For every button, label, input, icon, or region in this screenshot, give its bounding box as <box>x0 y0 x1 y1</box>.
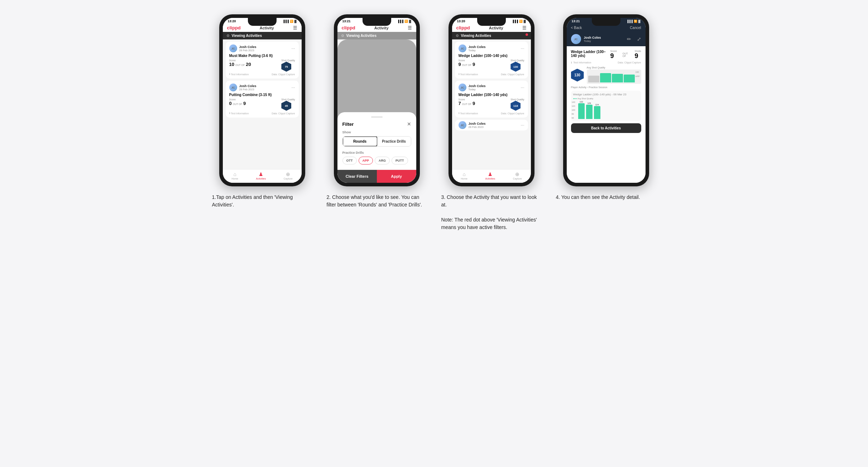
p3-activity-card-1[interactable]: JC Josh Coles Today ··· Wedge Ladder (10… <box>455 42 528 78</box>
home-icon-1: ⌂ <box>233 171 236 177</box>
app-title-2: Activity <box>374 26 389 30</box>
phone-notch-2 <box>363 18 391 26</box>
phone-notch-3 <box>477 18 506 26</box>
phone-4-screen: 13:21 ▐▐▐ 🛜 ▓ < Back Cancel JC Jos <box>567 18 646 183</box>
phone-2-screen: 13:21 ▐▐▐ 🛜 ▓ clippd Activity ☰ ⚙ Vie <box>337 18 416 183</box>
status-icons-4: ▐▐▐ 🛜 ▓ <box>627 20 641 23</box>
p4-score-label: Score <box>610 50 617 52</box>
app-logo-3: clippd <box>456 25 470 30</box>
score-label-2: Score <box>229 98 246 101</box>
p3-footer-data-1: Data: Clippd Capture <box>501 73 524 76</box>
tag-putt[interactable]: PUTT <box>392 157 408 165</box>
wifi-icon-3: 🛜 <box>519 20 523 23</box>
filter-icon-1: ⚙ <box>226 34 230 38</box>
p3-more-btn-1[interactable]: ··· <box>521 46 524 51</box>
avatar-1: JC <box>229 44 237 52</box>
banner-2: ⚙ Viewing Activities <box>337 32 416 39</box>
clear-filters-btn[interactable]: Clear Filters <box>337 170 377 183</box>
tag-app[interactable]: APP <box>359 157 373 165</box>
p4-score-shots: Score 9 OUT OF Shots 9 <box>610 50 641 60</box>
p3-activity-title-2: Wedge Ladder (100–140 yds) <box>459 93 524 97</box>
status-icons-2: ▐▐▐ 🛜 ▓ <box>397 20 411 23</box>
user-date-2: 28 Feb 2023 <box>239 88 256 91</box>
practice-drills-label: Practice Drills <box>342 151 411 154</box>
p4-bar-group-1: 132 <box>578 101 585 119</box>
tag-arg[interactable]: ARG <box>375 157 390 165</box>
nav-capture-1[interactable]: ⊕ Capture <box>284 171 293 180</box>
nav-capture-3[interactable]: ⊕ Capture <box>513 171 522 180</box>
banner-3[interactable]: ⚙ Viewing Activities <box>452 32 531 39</box>
user-row-2: JC Josh Coles 28 Feb 2023 <box>229 84 256 91</box>
p4-activity-title: Wedge Ladder (100–140 yds) <box>571 50 610 58</box>
banner-text-3: Viewing Activities <box>461 34 491 38</box>
phone-4: 13:21 ▐▐▐ 🛜 ▓ < Back Cancel JC Jos <box>563 14 649 186</box>
card-header-2: JC Josh Coles 28 Feb 2023 ··· <box>229 84 295 91</box>
toggle-rounds-btn[interactable]: Rounds <box>342 136 378 147</box>
filter-modal-overlay: Filter ✕ Show Rounds Practice Drills Pra… <box>337 39 416 183</box>
back-btn[interactable]: < Back <box>571 26 582 30</box>
p4-bar-4 <box>624 75 635 82</box>
p3-stats-row-2: Score 7 OUT OF 9 Shot Quality 118 <box>459 98 524 111</box>
battery-icon-2: ▓ <box>409 20 411 23</box>
banner-1[interactable]: ⚙ Viewing Activities <box>223 32 302 39</box>
activities-label-1: Activities <box>256 177 266 180</box>
toggle-group: Rounds Practice Drills <box>342 136 411 147</box>
footer-data-2: Data: Clippd Capture <box>272 112 295 115</box>
hamburger-icon-1[interactable]: ☰ <box>293 25 297 30</box>
phone-notch-4 <box>592 18 620 26</box>
step-4-desc: 4. You can then see the Activity detail. <box>556 194 656 201</box>
p3-score-val-1: 9 OUT OF 9 <box>459 62 475 67</box>
step-2-desc: 2. Choose what you'd like to see. You ca… <box>327 194 427 209</box>
nav-home-1[interactable]: ⌂ Home <box>231 171 238 180</box>
scroll-content-3: JC Josh Coles Today ··· Wedge Ladder (10… <box>452 39 531 169</box>
tag-ott[interactable]: OTT <box>342 157 357 165</box>
toggle-drills-btn[interactable]: Practice Drills <box>377 137 411 146</box>
hamburger-icon-2[interactable]: ☰ <box>408 25 412 30</box>
battery-icon-3: ▓ <box>524 20 526 23</box>
battery-icon: ▓ <box>294 20 297 23</box>
activity-card-2[interactable]: JC Josh Coles 28 Feb 2023 ··· Putting Co… <box>226 81 299 118</box>
p4-chart-label: Wedge Ladder (100–140 yds) - 06 Mar 23 <box>573 93 639 96</box>
nav-home-3[interactable]: ⌂ Home <box>461 171 467 180</box>
apply-filter-btn[interactable]: Apply <box>377 170 416 183</box>
p4-expand-icon[interactable]: ⤢ <box>637 36 641 42</box>
home-label-3: Home <box>461 177 467 180</box>
time-1: 13:20 <box>228 19 236 23</box>
more-btn-2[interactable]: ··· <box>291 85 295 90</box>
p4-sq-chart-area: Avg Shot Quality 130APP <box>587 66 641 84</box>
sheet-actions: Clear Filters Apply <box>337 170 416 183</box>
p3-score-label-1: Score <box>459 59 475 62</box>
p3-activity-title-1: Wedge Ladder (100–140 yds) <box>459 54 524 58</box>
status-icons-1: ▐▐▐ 🛜 ▓ <box>283 20 297 23</box>
p4-out-of: OUT OF <box>623 52 629 57</box>
p3-card-footer-1: ℹ Test Information Data: Clippd Capture <box>459 73 524 76</box>
p3-user-row-1: JC Josh Coles Today <box>459 44 486 52</box>
close-filter-btn[interactable]: ✕ <box>407 121 411 127</box>
p3-activity-card-3[interactable]: JC Josh Coles 28 Feb 2023 ··· <box>455 120 528 130</box>
hamburger-icon-3[interactable]: ☰ <box>522 25 527 30</box>
p4-bar-chart: 1401201008060 132 129 <box>573 101 639 119</box>
p4-bar-group-2: 129 <box>586 102 593 119</box>
more-btn-1[interactable]: ··· <box>291 46 295 51</box>
sq-label-2: Shot Quality <box>281 98 295 101</box>
p4-mini-chart: 130APP <box>587 70 641 84</box>
p3-activity-card-2[interactable]: JC Josh Coles Today ··· Wedge Ladder (10… <box>455 81 528 118</box>
p4-edit-icon[interactable]: ✏ <box>627 36 631 42</box>
footer-info-1: ℹ Test Information <box>229 73 249 76</box>
p3-score-label-2: Score <box>459 98 475 101</box>
p3-card-header-2: JC Josh Coles Today ··· <box>459 84 524 91</box>
footer-data-1: Data: Clippd Capture <box>272 73 295 76</box>
p3-user-name-2: Josh Coles <box>469 84 486 88</box>
cancel-btn[interactable]: Cancel <box>630 26 641 30</box>
p3-more-btn-3[interactable]: ··· <box>521 123 524 128</box>
back-activities-btn[interactable]: Back to Activities <box>571 123 641 133</box>
p4-chart-section: Wedge Ladder (100–140 yds) - 06 Mar 23 ●… <box>571 91 641 121</box>
p4-user-name: Josh Coles <box>584 36 601 39</box>
p3-user-date-1: Today <box>469 49 486 52</box>
p4-bar-group-3: 124 <box>594 104 600 119</box>
p4-chart-bar-1 <box>578 103 585 119</box>
activity-card-1[interactable]: JC Josh Coles 28 Feb 2023 ··· Must Make … <box>226 42 299 78</box>
nav-activities-1[interactable]: ♟ Activities <box>256 171 266 180</box>
p3-more-btn-2[interactable]: ··· <box>521 85 524 90</box>
nav-activities-3[interactable]: ♟ Activities <box>485 171 495 180</box>
